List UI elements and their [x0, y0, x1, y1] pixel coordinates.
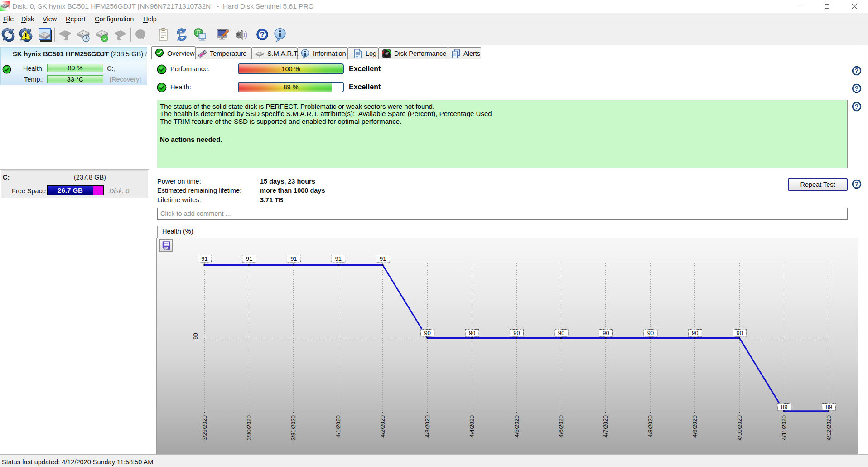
svg-text:91: 91 — [380, 255, 386, 262]
svg-text:4/1/2020: 4/1/2020 — [335, 415, 342, 438]
svg-text:90: 90 — [603, 330, 609, 336]
svg-text:4/7/2020: 4/7/2020 — [603, 415, 609, 438]
svg-text:4/8/2020: 4/8/2020 — [647, 415, 654, 438]
svg-text:?: ? — [855, 85, 859, 92]
svg-text:?: ? — [260, 30, 265, 39]
svg-text:4/10/2020: 4/10/2020 — [737, 415, 743, 441]
svg-text:3/31/2020: 3/31/2020 — [290, 415, 297, 441]
svg-text:89: 89 — [825, 404, 832, 410]
svg-text:?: ? — [855, 180, 859, 188]
svg-text:91: 91 — [290, 255, 297, 262]
svg-text:4/4/2020: 4/4/2020 — [469, 415, 475, 438]
svg-text:89: 89 — [781, 404, 787, 410]
svg-text:?: ? — [855, 103, 859, 110]
svg-text:3/29/2020: 3/29/2020 — [202, 415, 208, 441]
svg-text:90: 90 — [192, 333, 199, 339]
svg-text:90: 90 — [513, 330, 520, 336]
svg-text:4/5/2020: 4/5/2020 — [514, 415, 520, 438]
svg-text:91: 91 — [201, 255, 207, 262]
svg-text:4/12/2020: 4/12/2020 — [826, 415, 832, 441]
svg-text:90: 90 — [469, 330, 475, 336]
svg-text:4/9/2020: 4/9/2020 — [692, 415, 698, 438]
svg-text:3/30/2020: 3/30/2020 — [246, 415, 252, 441]
svg-text:4/3/2020: 4/3/2020 — [424, 415, 431, 438]
svg-text:90: 90 — [692, 330, 698, 336]
svg-text:90: 90 — [737, 330, 743, 336]
svg-text:4/6/2020: 4/6/2020 — [558, 415, 564, 438]
svg-text:91: 91 — [335, 255, 342, 262]
svg-text:4/11/2020: 4/11/2020 — [781, 415, 787, 440]
svg-text:91: 91 — [246, 255, 252, 262]
svg-text:90: 90 — [558, 330, 564, 336]
svg-text:?: ? — [855, 67, 859, 74]
svg-text:90: 90 — [424, 330, 430, 336]
svg-text:90: 90 — [647, 330, 654, 336]
svg-text:4/2/2020: 4/2/2020 — [380, 415, 386, 438]
